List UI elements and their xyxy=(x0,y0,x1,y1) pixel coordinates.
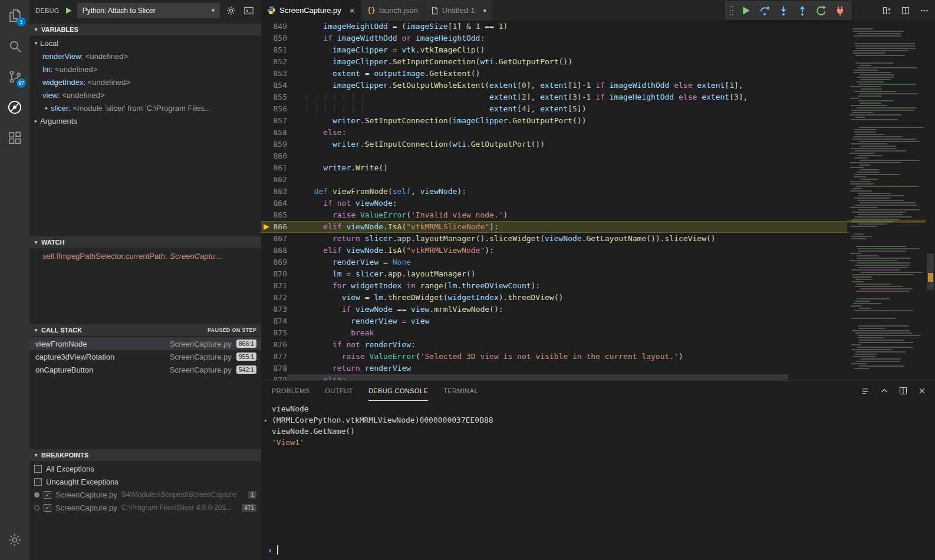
code-line[interactable]: 864 if not viewNode: xyxy=(261,197,847,209)
console-text: 'View1' xyxy=(272,438,304,447)
scope-arguments[interactable]: ▸Arguments xyxy=(29,114,261,127)
source-control-icon[interactable]: 97 xyxy=(0,61,29,92)
restart-icon[interactable] xyxy=(812,2,829,19)
code-line[interactable]: 865 raise ValueError('Invalid view node.… xyxy=(261,209,847,221)
checkbox[interactable]: ✓ xyxy=(44,491,51,499)
breakpoints-header[interactable]: ▾ BREAKPOINTS xyxy=(29,449,261,461)
code-line[interactable]: 859 writer.SetInputConnection(wti.GetOut… xyxy=(261,139,847,150)
code-editor[interactable]: 849 imageHeightOdd = (imageSize[1] & 1 =… xyxy=(261,21,935,380)
panel-tab-problems[interactable]: PROBLEMS xyxy=(272,381,310,401)
line-number: 857 xyxy=(261,115,287,127)
checkbox[interactable]: ✓ xyxy=(44,504,51,512)
code-line[interactable]: 870 lm = slicer.app.layoutManager() xyxy=(261,268,847,280)
code-line[interactable]: 878 return renderView xyxy=(261,363,847,374)
editor-horizontal-scrollbar[interactable] xyxy=(287,374,788,380)
variable-row[interactable]: lm: <undefined> xyxy=(29,62,261,75)
split-panel-icon[interactable] xyxy=(898,386,908,396)
debug-configuration-select[interactable]: Python: Attach to Slicer ▾ xyxy=(77,3,220,18)
panel-tab-output[interactable]: OUTPUT xyxy=(325,381,353,401)
variable-row[interactable]: view: <undefined> xyxy=(29,88,261,101)
variable-row[interactable]: renderView: <undefined> xyxy=(29,50,261,62)
open-changes-icon[interactable] xyxy=(882,6,891,15)
panel-tab-debug-console[interactable]: DEBUG CONSOLE xyxy=(368,381,428,401)
code-line[interactable]: 863 def viewFromNode(self, viewNode): xyxy=(261,186,847,197)
clear-console-icon[interactable] xyxy=(861,386,870,396)
debug-console-input[interactable]: › xyxy=(261,543,935,556)
code-line[interactable]: 869 renderView = None xyxy=(261,256,847,268)
explorer-icon[interactable]: 1 xyxy=(0,0,29,31)
toolbar-drag-handle[interactable] xyxy=(728,4,735,17)
code-line[interactable]: 855│ │ │ │ │ │ │ extent[2], extent[3]-1 … xyxy=(261,91,847,103)
breakpoint-row[interactable]: ✓ScreenCapture.pyC:\Program Files\Slicer… xyxy=(29,501,261,514)
stack-frame-row[interactable]: capture3dViewRotationScreenCapture.py955… xyxy=(29,350,261,363)
close-tab-icon[interactable]: × xyxy=(350,5,355,15)
code-line[interactable]: 857 writer.SetInputConnection(imageClipp… xyxy=(261,115,847,127)
configure-gear-icon[interactable] xyxy=(225,4,238,17)
debug-icon[interactable] xyxy=(0,92,29,123)
code-line[interactable]: 868 elif viewNode.IsA("vtkMRMLViewNode")… xyxy=(261,245,847,256)
breakpoint-path: C:\Program Files\Slicer 4.9.0-201... xyxy=(121,503,232,512)
stack-frame-row[interactable]: onCaptureButtonScreenCapture.py542:1 xyxy=(29,363,261,376)
exception-breakpoint-row[interactable]: Uncaught Exceptions xyxy=(29,475,261,488)
split-editor-icon[interactable] xyxy=(901,6,910,15)
code-line[interactable]: 876 if not renderView: xyxy=(261,339,847,351)
code-line[interactable]: 875 break xyxy=(261,327,847,339)
tab-untitled-1[interactable]: Untitled-1● xyxy=(424,0,493,21)
scope-local[interactable]: ▾Local xyxy=(29,37,261,50)
code-line[interactable]: 871 for widgetIndex in range(lm.threeDVi… xyxy=(261,280,847,292)
line-number: 864 xyxy=(261,197,287,209)
code-line[interactable]: 853 extent = outputImage.GetExtent() xyxy=(261,68,847,80)
minimap-line xyxy=(857,258,911,259)
code-line[interactable]: 877 raise ValueError('Selected 3D view i… xyxy=(261,351,847,363)
tab-launch-json[interactable]: {}launch.json xyxy=(361,0,424,21)
editor-vertical-scrollbar[interactable] xyxy=(926,21,935,380)
close-panel-icon[interactable] xyxy=(917,386,927,396)
search-icon[interactable] xyxy=(0,31,29,61)
settings-gear-icon[interactable] xyxy=(0,525,29,555)
open-console-icon[interactable] xyxy=(242,4,255,17)
code-text: return slicer.app.layoutManager().sliceW… xyxy=(305,233,716,245)
code-line[interactable]: 872 view = lm.threeDWidget(widgetIndex).… xyxy=(261,292,847,304)
checkbox[interactable] xyxy=(34,478,42,486)
watch-header[interactable]: ▾ WATCH xyxy=(29,236,261,248)
code-line[interactable]: 862 xyxy=(261,174,847,186)
code-line[interactable]: 874 renderView = view xyxy=(261,315,847,327)
checkbox[interactable] xyxy=(34,465,42,473)
start-debug-icon[interactable] xyxy=(64,6,73,15)
step-into-icon[interactable] xyxy=(775,2,792,19)
step-over-icon[interactable] xyxy=(756,2,773,19)
code-line[interactable]: 867 return slicer.app.layoutManager().sl… xyxy=(261,233,847,245)
disconnect-icon[interactable] xyxy=(831,2,848,19)
scrollbar-slider[interactable] xyxy=(927,253,934,290)
tab-screencapture-py[interactable]: ScreenCapture.py× xyxy=(261,0,361,21)
breakpoint-row[interactable]: ✓ScreenCapture.pyS4\Modules\Scripted\Scr… xyxy=(29,488,261,501)
exception-breakpoint-row[interactable]: All Exceptions xyxy=(29,462,261,475)
variable-row[interactable]: ▸slicer: <module 'slicer' from 'C:\Progr… xyxy=(29,101,261,114)
panel-tab-terminal[interactable]: TERMINAL xyxy=(443,381,478,401)
watch-header-label: WATCH xyxy=(41,239,65,246)
code-line[interactable]: 860 xyxy=(261,150,847,162)
maximize-panel-icon[interactable] xyxy=(880,386,889,396)
variable-name: widgetIndex: xyxy=(42,78,85,87)
code-line[interactable]: 849 imageHeightOdd = (imageSize[1] & 1 =… xyxy=(261,21,847,32)
step-out-icon[interactable] xyxy=(794,2,811,19)
call-stack-header[interactable]: ▾ CALL STACK PAUSED ON STEP xyxy=(29,324,261,336)
more-actions-icon[interactable] xyxy=(920,6,929,15)
continue-icon[interactable] xyxy=(737,2,754,19)
code-line[interactable]: 851 imageClipper = vtk.vtkImageClip() xyxy=(261,44,847,56)
code-line[interactable]: 866 elif viewNode.IsA("vtkMRMLSliceNode"… xyxy=(261,221,847,233)
code-line[interactable]: 856│ │ │ │ │ │ │ extent[4], extent[5]) xyxy=(261,103,847,115)
twistie-icon[interactable]: ▸ xyxy=(264,415,267,426)
minimap[interactable] xyxy=(847,21,926,380)
stack-frame-row[interactable]: viewFromNodeScreenCapture.py866:1 xyxy=(29,337,261,350)
code-line[interactable]: 858 else: xyxy=(261,127,847,139)
code-line[interactable]: 861 writer.Write() xyxy=(261,162,847,174)
variables-header[interactable]: ▾ VARIABLES xyxy=(29,24,261,35)
code-line[interactable]: 850 if imageWidthOdd or imageHeightOdd: xyxy=(261,32,847,44)
variable-row[interactable]: widgetIndex: <undefined> xyxy=(29,75,261,88)
watch-expression-row[interactable]: self.ffmpegPathSelector.currentPath:Scre… xyxy=(29,249,261,262)
code-line[interactable]: 873 if viewNode == view.mrmlViewNode(): xyxy=(261,304,847,315)
extensions-icon[interactable] xyxy=(0,123,29,153)
code-line[interactable]: 854 imageClipper.SetOutputWholeExtent(ex… xyxy=(261,80,847,91)
code-line[interactable]: 852 imageClipper.SetInputConnection(wti.… xyxy=(261,56,847,68)
